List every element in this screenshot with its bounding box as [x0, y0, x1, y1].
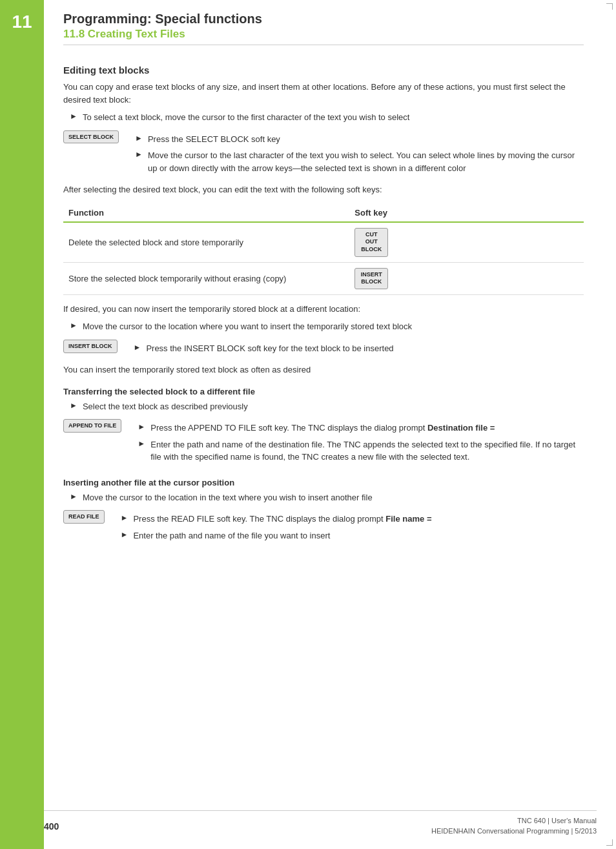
- after-select-text: After selecting the desired text block, …: [63, 183, 584, 196]
- table-row: Delete the selected block and store temp…: [63, 222, 584, 263]
- bullet-move-insert: ► Move the cursor to the location where …: [70, 320, 584, 333]
- bullet-press-append: ► Press the APPEND TO FILE soft key. The…: [138, 422, 584, 435]
- append-to-file-btn: APPEND TO FILE: [63, 419, 121, 433]
- chapter-title: Programming: Special functions: [63, 12, 584, 26]
- table-cell-softkey-2: INSERTBLOCK: [349, 262, 584, 294]
- insert-block-row: INSERT BLOCK ► Press the INSERT BLOCK so…: [63, 338, 584, 359]
- bullet-arrow-8: ►: [138, 439, 145, 448]
- bullet-press-read: ► Press the READ FILE soft key. The TNC …: [121, 513, 584, 526]
- function-2-text: Store the selected block temporarily wit…: [68, 274, 286, 283]
- inserting-heading: Inserting another file at the cursor pos…: [63, 478, 584, 487]
- bullet-select-described: ► Select the text block as described pre…: [70, 400, 584, 413]
- bullet-arrow-1: ►: [70, 112, 77, 121]
- col-softkey-header: Soft key: [349, 204, 584, 222]
- editing-intro: You can copy and erase text blocks of an…: [63, 81, 584, 106]
- read-file-bullets: ► Press the READ FILE soft key. The TNC …: [114, 509, 584, 546]
- bullet-press-select: ► Press the SELECT BLOCK soft key: [135, 133, 584, 146]
- can-insert-text: You can insert the temporarily stored te…: [63, 363, 584, 376]
- bullet-arrow-9: ►: [70, 492, 77, 501]
- bullet-move-cursor-insert: ► Move the cursor to the location in the…: [70, 491, 584, 504]
- footer-line1: TNC 640 | User's Manual: [431, 816, 597, 826]
- read-file-btn: READ FILE: [63, 510, 105, 524]
- inserting-section: Inserting another file at the cursor pos…: [63, 478, 584, 546]
- move-cursor-insert-text: Move the cursor to the location in the t…: [83, 491, 373, 504]
- select-block-row: SELECT BLOCK ► Press the SELECT BLOCK so…: [63, 129, 584, 179]
- bullet-arrow-4: ►: [70, 321, 77, 330]
- move-insert-text: Move the cursor to the location where yo…: [83, 320, 412, 333]
- insert-block-bullets: ► Press the INSERT BLOCK soft key for th…: [127, 338, 584, 359]
- select-described-text: Select the text block as described previ…: [83, 400, 248, 413]
- bullet-select-intro: ► To select a text block, move the curso…: [70, 111, 584, 124]
- bullet-arrow-5: ►: [134, 343, 141, 352]
- bullet-move-cursor: ► Move the cursor to the last character …: [135, 149, 584, 174]
- table-cell-softkey-1: CUTOUTBLOCK: [349, 222, 584, 263]
- table-cell-function-2: Store the selected block temporarily wit…: [63, 262, 349, 294]
- corner-br: [606, 839, 613, 846]
- transferring-heading: Transferring the selected block to a dif…: [63, 387, 584, 396]
- chapter-number: 11: [12, 12, 32, 32]
- function-table: Function Soft key Delete the selected bl…: [63, 204, 584, 295]
- footer-page: 400: [44, 821, 59, 832]
- page-wrapper: 11 Programming: Special functions 11.8 C…: [0, 0, 616, 849]
- enter-file-text: Enter the path and name of the file you …: [133, 529, 330, 542]
- if-desired-text: If desired, you can now insert the tempo…: [63, 303, 584, 316]
- editing-heading: Editing text blocks: [63, 65, 584, 76]
- section-title: 11.8 Creating Text Files: [63, 28, 584, 41]
- bullet-press-insert: ► Press the INSERT BLOCK soft key for th…: [134, 342, 584, 355]
- function-1-text: Delete the selected block and store temp…: [68, 238, 243, 247]
- press-append-prefix: Press the APPEND TO FILE soft key. The T…: [150, 423, 425, 433]
- bullet-enter-file: ► Enter the path and name of the file yo…: [121, 529, 584, 542]
- move-cursor-text: Move the cursor to the last character of…: [148, 149, 584, 174]
- bullet-arrow-2: ►: [135, 134, 143, 143]
- bullet-arrow-6: ►: [70, 401, 77, 410]
- editing-text-blocks-section: Editing text blocks You can copy and era…: [63, 65, 584, 376]
- bullet-arrow-3: ►: [135, 150, 143, 159]
- filename-bold: File name =: [385, 514, 431, 524]
- press-insert-text: Press the INSERT BLOCK soft key for the …: [146, 342, 393, 355]
- select-block-btn: SELECT BLOCK: [63, 130, 119, 144]
- transferring-section: Transferring the selected block to a dif…: [63, 387, 584, 467]
- destination-bold: Destination file =: [427, 423, 495, 433]
- append-file-row: APPEND TO FILE ► Press the APPEND TO FIL…: [63, 418, 584, 467]
- select-block-bullets: ► Press the SELECT BLOCK soft key ► Move…: [128, 129, 584, 179]
- press-read-prefix: Press the READ FILE soft key. The TNC di…: [133, 514, 383, 524]
- append-file-bullets: ► Press the APPEND TO FILE soft key. The…: [131, 418, 584, 467]
- cut-out-block-btn: CUTOUTBLOCK: [354, 228, 388, 257]
- press-append-text: Press the APPEND TO FILE soft key. The T…: [150, 422, 495, 435]
- press-select-text: Press the SELECT BLOCK soft key: [148, 133, 280, 146]
- content-area: Programming: Special functions 11.8 Crea…: [44, 0, 616, 577]
- enter-path-text: Enter the path and name of the destinati…: [150, 438, 584, 464]
- table-header-row: Function Soft key: [63, 204, 584, 222]
- col-function-header: Function: [63, 204, 349, 222]
- press-read-text: Press the READ FILE soft key. The TNC di…: [133, 513, 431, 526]
- bullet-select-text: To select a text block, move the cursor …: [83, 111, 410, 124]
- footer: 400 TNC 640 | User's Manual HEIDENHAIN C…: [44, 810, 597, 836]
- header-section: Programming: Special functions 11.8 Crea…: [63, 12, 584, 45]
- bullet-enter-path: ► Enter the path and name of the destina…: [138, 438, 584, 464]
- read-file-row: READ FILE ► Press the READ FILE soft key…: [63, 509, 584, 546]
- insert-block-table-btn: INSERTBLOCK: [354, 268, 388, 289]
- footer-info: TNC 640 | User's Manual HEIDENHAIN Conve…: [431, 816, 597, 836]
- corner-tr: [606, 3, 613, 10]
- chapter-sidebar: 11: [0, 0, 44, 849]
- table-row: Store the selected block temporarily wit…: [63, 262, 584, 294]
- bullet-arrow-10: ►: [121, 513, 128, 522]
- insert-block-btn: INSERT BLOCK: [63, 340, 118, 353]
- bullet-arrow-11: ►: [121, 530, 128, 539]
- footer-line2: HEIDENHAIN Conversational Programming | …: [431, 826, 597, 836]
- table-cell-function-1: Delete the selected block and store temp…: [63, 222, 349, 263]
- bullet-arrow-7: ►: [138, 422, 145, 431]
